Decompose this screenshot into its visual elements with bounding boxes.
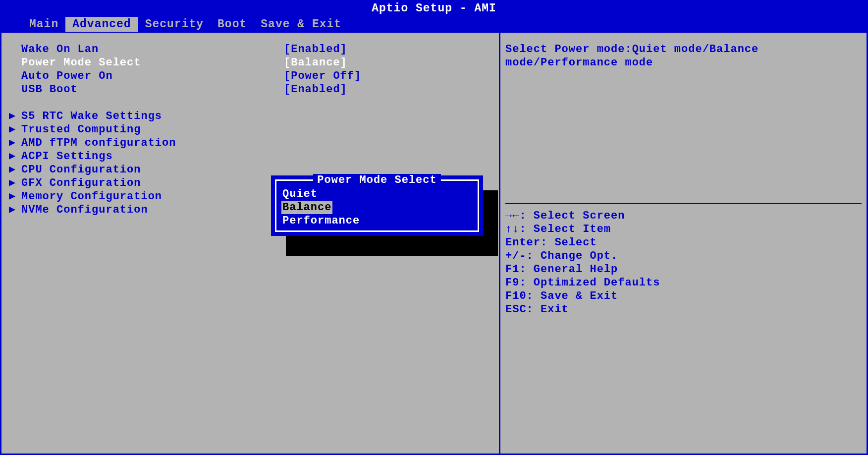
keyhelp-enter: Enter: Select <box>505 236 862 249</box>
keyhelp-esc: ESC: Exit <box>505 303 862 316</box>
main-area: Wake On Lan [Enabled] Power Mode Select … <box>0 33 868 455</box>
tab-security[interactable]: Security <box>138 17 211 32</box>
keyhelp-general-help: F1: General Help <box>505 263 862 276</box>
submenu-label: AMD fTPM configuration <box>21 136 176 150</box>
submenu-label: GFX Configuration <box>21 176 141 190</box>
popup-option-quiet[interactable]: Quiet <box>281 187 473 201</box>
chevron-right-icon: ▶ <box>6 190 21 203</box>
spacer <box>505 316 862 449</box>
tab-boot[interactable]: Boot <box>211 17 254 32</box>
popup-title-wrap: Power Mode Select <box>281 174 473 186</box>
tab-main[interactable]: Main <box>22 17 65 32</box>
submenu-label: CPU Configuration <box>21 163 141 176</box>
help-fill <box>505 69 862 198</box>
submenu-s5-rtc-wake[interactable]: ▶ S5 RTC Wake Settings <box>6 110 494 123</box>
chevron-right-icon: ▶ <box>6 150 21 163</box>
setting-wake-on-lan[interactable]: Wake On Lan [Enabled] <box>6 43 494 56</box>
setting-value: [Power Off] <box>284 69 494 83</box>
power-mode-popup: Power Mode Select Quiet Balance Performa… <box>271 175 483 236</box>
submenu-trusted-computing[interactable]: ▶ Trusted Computing <box>6 123 494 136</box>
settings-panel: Wake On Lan [Enabled] Power Mode Select … <box>0 33 500 455</box>
spacer <box>6 96 494 110</box>
chevron-right-icon: ▶ <box>6 163 21 176</box>
keyhelp-save-exit: F10: Save & Exit <box>505 289 862 303</box>
bios-title: Aptio Setup - AMI <box>0 0 868 17</box>
popup-option-balance[interactable]: Balance <box>281 201 332 214</box>
keyhelp-optimized-defaults: F9: Optimized Defaults <box>505 276 862 289</box>
bios-header: Aptio Setup - AMI Main Advanced Security… <box>0 0 868 33</box>
tab-advanced[interactable]: Advanced <box>65 17 138 32</box>
submenu-acpi-settings[interactable]: ▶ ACPI Settings <box>6 150 494 163</box>
setting-usb-boot[interactable]: USB Boot [Enabled] <box>6 83 494 96</box>
keyhelp-select-item: ↑↓: Select Item <box>505 223 862 236</box>
setting-value: [Balance] <box>284 56 494 69</box>
setting-label: USB Boot <box>6 83 284 96</box>
submenu-label: NVMe Configuration <box>21 203 148 217</box>
keyhelp-select-screen: →←: Select Screen <box>505 209 862 223</box>
submenu-label: ACPI Settings <box>21 150 113 163</box>
popup-title: Power Mode Select <box>313 174 440 186</box>
submenu-amd-ftpm[interactable]: ▶ AMD fTPM configuration <box>6 136 494 150</box>
chevron-right-icon: ▶ <box>6 176 21 190</box>
setting-auto-power-on[interactable]: Auto Power On [Power Off] <box>6 69 494 83</box>
tab-save-exit[interactable]: Save & Exit <box>254 17 348 32</box>
chevron-right-icon: ▶ <box>6 203 21 217</box>
help-text: Select Power mode:Quiet mode/Balance mod… <box>505 43 862 69</box>
divider <box>505 203 862 204</box>
help-panel: Select Power mode:Quiet mode/Balance mod… <box>500 33 868 455</box>
popup-inner: Power Mode Select Quiet Balance Performa… <box>275 179 479 232</box>
chevron-right-icon: ▶ <box>6 110 21 123</box>
setting-label: Auto Power On <box>6 69 284 83</box>
chevron-right-icon: ▶ <box>6 136 21 150</box>
chevron-right-icon: ▶ <box>6 123 21 136</box>
setting-value: [Enabled] <box>284 43 494 56</box>
bios-tabs: Main Advanced Security Boot Save & Exit <box>0 17 868 32</box>
keyhelp-change-opt: +/-: Change Opt. <box>505 249 862 263</box>
popup-option-performance[interactable]: Performance <box>281 214 473 228</box>
submenu-label: Trusted Computing <box>21 123 141 136</box>
setting-label: Wake On Lan <box>6 43 284 56</box>
submenu-label: S5 RTC Wake Settings <box>21 110 162 123</box>
setting-power-mode-select[interactable]: Power Mode Select [Balance] <box>6 56 494 69</box>
setting-label: Power Mode Select <box>6 56 284 69</box>
setting-value: [Enabled] <box>284 83 494 96</box>
submenu-label: Memory Configuration <box>21 190 162 203</box>
